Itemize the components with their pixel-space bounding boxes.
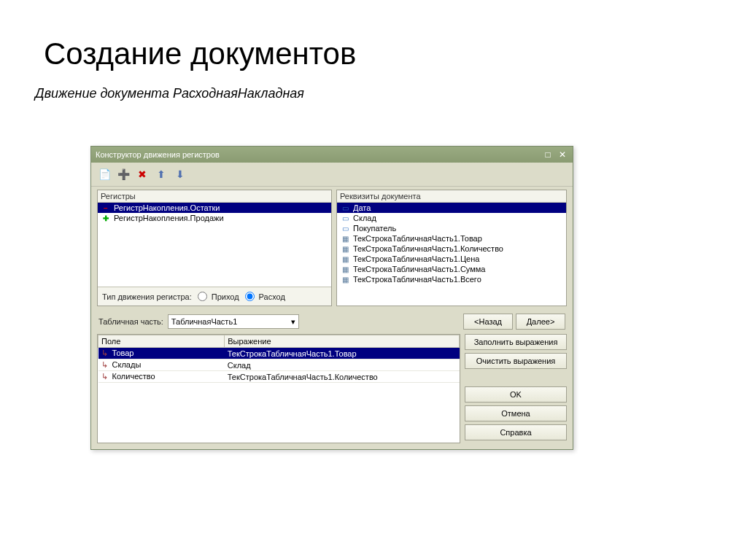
- table-row[interactable]: ↳ ТоварТекСтрокаТабличнаяЧасть1.Товар: [98, 348, 460, 359]
- movement-type-label: Тип движения регистра:: [102, 292, 192, 301]
- expressions-table[interactable]: Поле Выражение ↳ ТоварТекСтрокаТабличная…: [98, 335, 460, 383]
- expressions-table-wrap: Поле Выражение ↳ ТоварТекСтрокаТабличная…: [97, 334, 460, 443]
- table-field-icon: ▦: [340, 265, 350, 273]
- tab-part-value: ТабличнаяЧасть1: [171, 317, 237, 326]
- list-item-label: РегистрНакопления.Продажи: [114, 214, 224, 222]
- list-item-label: ТекСтрокаТабличнаяЧасть1.Количество: [353, 244, 503, 253]
- minus-icon: −: [101, 203, 111, 212]
- slide-title: Создание документов: [0, 0, 747, 79]
- list-item-label: ТекСтрокаТабличнаяЧасть1.Цена: [353, 254, 479, 263]
- slide-subtitle: Движение документа РасходнаяНакладная: [0, 79, 747, 112]
- radio-income-label: Приход: [212, 292, 239, 301]
- chevron-down-icon: ▾: [291, 317, 295, 327]
- col-field: Поле: [98, 335, 225, 348]
- toolbar: 📄 ➕ ✖ ⬆ ⬇: [91, 163, 573, 187]
- doc-fields-panel: Реквизиты документа ▭Дата▭Склад▭Покупате…: [336, 190, 567, 306]
- add-icon[interactable]: 📄: [97, 167, 112, 182]
- doc-fields-header: Реквизиты документа: [337, 190, 566, 203]
- list-item[interactable]: ▭Дата: [337, 203, 566, 213]
- cell-expr: ТекСтрокаТабличнаяЧасть1.Товар: [225, 348, 460, 359]
- tab-part-select[interactable]: ТабличнаяЧасть1 ▾: [168, 314, 299, 329]
- list-item-label: ТекСтрокаТабличнаяЧасть1.Всего: [353, 275, 481, 284]
- list-item[interactable]: ▭Склад: [337, 213, 566, 223]
- list-item-label: РегистрНакопления.Остатки: [114, 203, 220, 212]
- attribute-icon: ▭: [340, 214, 350, 222]
- window-title: Конструктор движения регистров: [96, 150, 220, 159]
- registers-list[interactable]: −РегистрНакопления.Остатки✚РегистрНакопл…: [98, 203, 331, 287]
- list-item[interactable]: ▦ТекСтрокаТабличнаяЧасть1.Сумма: [337, 264, 566, 274]
- list-item-label: ТекСтрокаТабличнаяЧасть1.Товар: [353, 234, 482, 243]
- radio-outcome[interactable]: [245, 292, 255, 301]
- list-item[interactable]: ▦ТекСтрокаТабличнаяЧасть1.Товар: [337, 233, 566, 244]
- maximize-icon[interactable]: □: [542, 149, 554, 160]
- tab-part-label: Табличная часть:: [98, 317, 163, 326]
- cell-expr: ТекСтрокаТабличнаяЧасть1.Количество: [225, 371, 460, 383]
- clear-expressions-button[interactable]: Очистить выражения: [465, 353, 567, 369]
- list-item-label: Дата: [353, 203, 371, 212]
- field-icon: ↳: [101, 360, 110, 370]
- close-icon[interactable]: ✕: [557, 149, 568, 160]
- list-item[interactable]: ▭Покупатель: [337, 223, 566, 233]
- movement-type-row: Тип движения регистра: Приход Расход: [98, 287, 331, 306]
- cell-field: ↳ Количество: [98, 371, 225, 383]
- table-field-icon: ▦: [340, 244, 350, 253]
- table-row[interactable]: ↳ КоличествоТекСтрокаТабличнаяЧасть1.Кол…: [98, 371, 460, 383]
- list-item-label: ТекСтрокаТабличнаяЧасть1.Сумма: [353, 265, 485, 273]
- radio-outcome-label: Расход: [259, 292, 285, 301]
- ok-button[interactable]: OK: [465, 386, 567, 402]
- move-down-icon[interactable]: ⬇: [173, 167, 187, 182]
- radio-income[interactable]: [198, 292, 207, 301]
- list-item-label: Покупатель: [353, 224, 396, 233]
- move-up-icon[interactable]: ⬆: [154, 167, 169, 182]
- attribute-icon: ▭: [340, 224, 350, 233]
- back-button[interactable]: <Назад: [463, 314, 513, 330]
- registers-header: Регистры: [98, 190, 331, 203]
- dialog-window: Конструктор движения регистров □ ✕ 📄 ➕ ✖…: [90, 146, 573, 450]
- fill-expressions-button[interactable]: Заполнить выражения: [465, 334, 567, 350]
- list-item[interactable]: ✚РегистрНакопления.Продажи: [98, 213, 331, 223]
- attribute-icon: ▭: [340, 203, 350, 212]
- add-plus-icon[interactable]: ➕: [116, 167, 131, 182]
- help-button[interactable]: Справка: [465, 424, 567, 440]
- registers-panel: Регистры −РегистрНакопления.Остатки✚Реги…: [97, 190, 332, 306]
- list-item[interactable]: ▦ТекСтрокаТабличнаяЧасть1.Количество: [337, 244, 566, 254]
- doc-fields-list[interactable]: ▭Дата▭Склад▭Покупатель▦ТекСтрокаТаблична…: [337, 203, 566, 284]
- table-row[interactable]: ↳ СкладыСклад: [98, 359, 460, 371]
- cell-field: ↳ Товар: [98, 348, 225, 359]
- list-item[interactable]: −РегистрНакопления.Остатки: [98, 203, 331, 213]
- field-icon: ↳: [101, 372, 110, 381]
- cell-field: ↳ Склады: [98, 359, 225, 371]
- field-icon: ↳: [101, 349, 110, 358]
- col-expr: Выражение: [225, 335, 460, 348]
- table-field-icon: ▦: [340, 234, 350, 243]
- plus-icon: ✚: [101, 214, 111, 222]
- cell-expr: Склад: [225, 359, 460, 371]
- table-field-icon: ▦: [340, 275, 350, 284]
- titlebar: Конструктор движения регистров □ ✕: [91, 147, 573, 163]
- remove-icon[interactable]: ✖: [135, 167, 150, 182]
- list-item[interactable]: ▦ТекСтрокаТабличнаяЧасть1.Цена: [337, 254, 566, 264]
- table-field-icon: ▦: [340, 254, 350, 263]
- list-item[interactable]: ▦ТекСтрокаТабличнаяЧасть1.Всего: [337, 274, 566, 284]
- next-button[interactable]: Далее>: [516, 314, 565, 330]
- cancel-button[interactable]: Отмена: [465, 405, 567, 421]
- list-item-label: Склад: [353, 214, 376, 222]
